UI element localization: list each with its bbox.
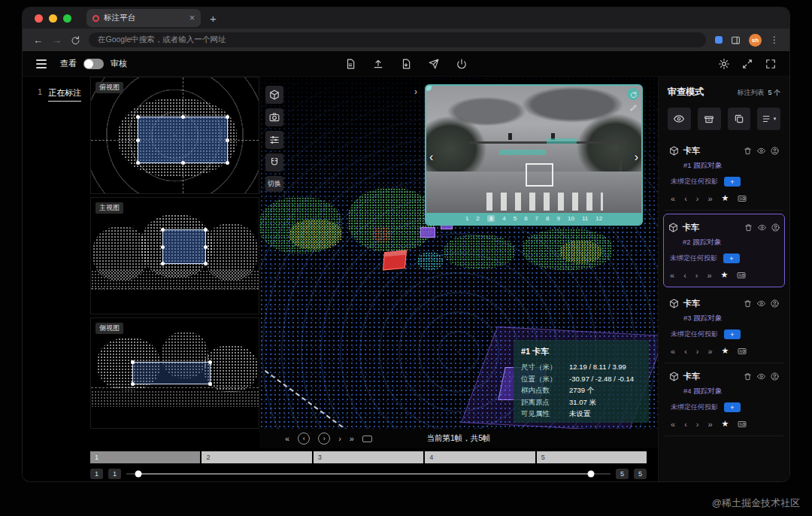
top-view-panel[interactable]: 俯视图 — [90, 77, 259, 194]
range-handle-start[interactable] — [135, 471, 142, 478]
next-icon[interactable]: › — [696, 194, 699, 203]
export-icon[interactable] — [401, 59, 411, 69]
handle[interactable] — [136, 138, 140, 142]
browser-menu-icon[interactable]: ⋮ — [770, 35, 779, 45]
mode-toggle[interactable] — [83, 59, 104, 69]
add-projection-button[interactable]: + — [724, 329, 741, 339]
document-icon[interactable] — [345, 59, 356, 69]
delete-icon[interactable] — [744, 147, 752, 155]
star-icon[interactable]: ★ — [722, 419, 729, 429]
camera-frame[interactable]: 10 — [568, 215, 574, 222]
handle[interactable] — [208, 360, 212, 364]
annotation-card[interactable]: 卡车 #4 跟踪对象 未绑定任何投影 + « ‹ — [665, 363, 783, 436]
annotation-card[interactable]: 卡车 #1 跟踪对象 未绑定任何投影 + « ‹ — [665, 138, 783, 211]
close-window-button[interactable] — [35, 14, 43, 23]
add-projection-button[interactable]: + — [723, 253, 740, 263]
visibility-icon[interactable] — [758, 223, 766, 232]
camera-frame[interactable]: 8 — [546, 215, 549, 222]
last-icon[interactable]: » — [707, 271, 711, 280]
idcard-icon[interactable] — [738, 347, 747, 356]
delete-icon[interactable] — [744, 372, 752, 381]
timeline-segment[interactable]: 2 — [201, 451, 311, 463]
camera-collapse-chevron[interactable]: › — [414, 87, 417, 97]
next-icon[interactable]: › — [696, 420, 699, 429]
first-frame-icon[interactable]: « — [285, 434, 289, 443]
brightness-icon[interactable] — [719, 59, 729, 69]
reload-icon[interactable] — [71, 35, 80, 44]
submit-icon[interactable] — [429, 59, 439, 69]
star-icon[interactable]: ★ — [721, 270, 729, 280]
next-icon[interactable]: › — [696, 347, 699, 356]
camera-frame[interactable]: 4 — [502, 215, 505, 222]
loop-icon[interactable] — [362, 436, 372, 442]
zoom-window-button[interactable] — [63, 14, 71, 23]
camera-frame[interactable]: 12 — [595, 215, 602, 222]
handle[interactable] — [161, 228, 165, 232]
play-backward-button[interactable]: ‹ — [298, 433, 310, 445]
timeline-segment[interactable]: 1 — [90, 451, 200, 463]
range-start-value[interactable]: 1 — [108, 469, 121, 479]
camera-frame[interactable]: 7 — [535, 215, 538, 222]
annotation-card-selected[interactable]: 卡车 #2 跟踪对象 未绑定任何投影 + « ‹ — [663, 214, 785, 287]
camera-frame[interactable]: 1 — [465, 215, 468, 222]
camera-preview[interactable]: ‹ › 1 2 3 4 5 6 7 8 9 10 — [425, 84, 643, 226]
camera-frame[interactable]: 11 — [582, 215, 588, 222]
idcard-icon[interactable] — [738, 420, 747, 429]
prev-icon[interactable]: ‹ — [684, 194, 687, 203]
first-icon[interactable]: « — [671, 347, 675, 356]
handle[interactable] — [161, 262, 165, 266]
handle[interactable] — [131, 382, 135, 386]
timeline-segment[interactable]: 3 — [314, 451, 423, 463]
handle[interactable] — [131, 360, 135, 364]
annotation-box-purple[interactable] — [420, 227, 435, 238]
tab-close-icon[interactable]: × — [189, 13, 195, 23]
visibility-icon[interactable] — [668, 108, 691, 130]
selection-box[interactable] — [162, 229, 206, 264]
handle[interactable] — [136, 115, 140, 119]
handle[interactable] — [226, 161, 229, 165]
profile-avatar[interactable]: sh — [749, 34, 762, 47]
idcard-icon[interactable] — [737, 271, 746, 280]
fullscreen-icon[interactable] — [765, 59, 776, 69]
delete-icon[interactable] — [744, 299, 752, 308]
last-icon[interactable]: » — [707, 194, 712, 203]
handle[interactable] — [226, 138, 229, 142]
power-icon[interactable] — [456, 59, 467, 69]
delete-icon[interactable] — [744, 223, 753, 232]
range-end-value[interactable]: 5 — [616, 469, 629, 479]
camera-frame[interactable]: 2 — [476, 215, 479, 222]
camera-frame[interactable]: 5 — [514, 215, 517, 222]
handle[interactable] — [226, 115, 229, 119]
handle[interactable] — [181, 115, 185, 119]
prev-icon[interactable]: ‹ — [684, 420, 687, 429]
handle[interactable] — [204, 245, 208, 249]
star-icon[interactable]: ★ — [722, 193, 729, 203]
range-handle-end[interactable] — [588, 471, 595, 478]
switch-view-button[interactable]: 切换 — [265, 176, 283, 192]
camera-frame-active[interactable]: 3 — [487, 215, 495, 222]
camera-edit-icon[interactable] — [630, 104, 638, 111]
handle[interactable] — [204, 262, 208, 266]
archive-icon[interactable] — [698, 108, 721, 130]
add-projection-button[interactable]: + — [724, 402, 741, 412]
handle[interactable] — [181, 161, 185, 165]
first-icon[interactable]: « — [670, 271, 674, 280]
box-tool-icon[interactable] — [265, 86, 283, 104]
owner-icon[interactable] — [771, 372, 779, 381]
selection-box[interactable] — [138, 117, 228, 163]
visibility-icon[interactable] — [757, 372, 765, 381]
visibility-icon[interactable] — [757, 147, 765, 155]
next-frame-icon[interactable]: › — [338, 434, 341, 443]
handle[interactable] — [136, 161, 140, 165]
add-projection-button[interactable]: + — [724, 177, 741, 187]
last-frame-icon[interactable]: » — [350, 434, 354, 443]
last-icon[interactable]: » — [707, 420, 712, 429]
handle[interactable] — [204, 228, 208, 232]
camera-frame[interactable]: 9 — [557, 215, 560, 222]
compare-icon[interactable] — [742, 59, 753, 69]
camera-frame[interactable]: 6 — [524, 215, 527, 222]
idcard-icon[interactable] — [738, 194, 747, 203]
timeline-segment[interactable]: 4 — [425, 451, 535, 463]
list-filter-icon[interactable]: ▾ — [757, 108, 780, 130]
back-icon[interactable]: ← — [33, 35, 43, 45]
